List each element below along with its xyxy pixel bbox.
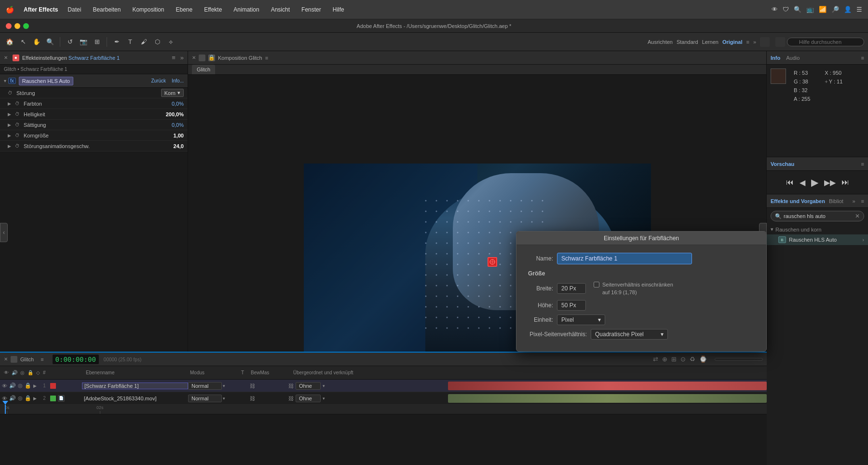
tl-search-box[interactable] [715, 358, 763, 361]
prev-frame-btn[interactable]: ◀ [800, 178, 805, 187]
tl-ctrl-5[interactable]: ♻ [690, 356, 695, 363]
pen-tool[interactable]: ✒ [111, 36, 122, 48]
ev-search[interactable]: 🔍 ✕ [771, 211, 864, 221]
info-menu[interactable]: ≡ [861, 55, 864, 61]
expand-korngroesse[interactable]: ▶ [8, 133, 11, 138]
tl-chain-1[interactable]: ⛓ [250, 383, 255, 389]
standard-btn[interactable]: Standard [677, 39, 698, 45]
panel-expand[interactable]: » [180, 54, 184, 61]
sidebar-arrow-left[interactable]: ‹ [0, 223, 8, 242]
tl-solo-2[interactable]: ◎ [18, 395, 23, 401]
tl-parent-chain-2[interactable]: ⛓ [288, 396, 294, 401]
minimize-button[interactable] [14, 23, 20, 29]
tl-name-2[interactable]: [AdobeStock_251863340.mov] [82, 396, 188, 401]
expand-saettigung[interactable]: ▶ [8, 123, 11, 127]
preview-menu[interactable]: ≡ [861, 161, 864, 167]
menu-animation[interactable]: Animation [231, 5, 261, 14]
ev-menu[interactable]: ≡ [861, 198, 864, 204]
ev-item-rauschen[interactable]: B Rauschen HLS Auto › [767, 234, 868, 245]
tl-ctrl-2[interactable]: ⊕ [662, 356, 667, 363]
camera-tool[interactable]: 📷 [78, 36, 89, 48]
tl-ctrl-4[interactable]: ⊙ [680, 356, 686, 363]
tl-parent-chain-1[interactable]: ⛓ [288, 383, 294, 389]
dialog-einheit-select[interactable]: Pixel ▾ [557, 315, 605, 325]
expand-btn[interactable]: » [753, 39, 756, 45]
expand-helligkeit[interactable]: ▶ [8, 112, 11, 117]
preview-tab[interactable]: Vorschau [771, 161, 794, 167]
tl-chain-2[interactable]: ⛓ [250, 396, 255, 401]
effects-panel-close[interactable]: ✕ [4, 55, 8, 60]
menu-effekte[interactable]: Effekte [202, 5, 224, 14]
workspace-menu[interactable]: ≡ [746, 39, 749, 45]
stopwatch-stoerung[interactable]: ⏱ [8, 90, 13, 96]
rotate-tool[interactable]: ↺ [64, 36, 76, 48]
tl-ctrl-6[interactable]: ⌚ [699, 356, 707, 363]
tl-timecode[interactable]: 0:00:00:00 [53, 355, 99, 364]
original-btn[interactable]: Original [722, 39, 743, 45]
view-btn[interactable] [775, 37, 785, 47]
home-button[interactable]: 🏠 [4, 36, 15, 48]
transform-tool[interactable]: ⊞ [91, 36, 103, 48]
tl-expand-2[interactable]: ▶ [33, 396, 37, 401]
parent-dropdown-2[interactable]: Ohne [296, 395, 321, 402]
mode-dropdown-1[interactable]: Normal [188, 382, 222, 390]
stopwatch-helligkeit[interactable]: ⏱ [15, 111, 20, 117]
effect-expand-arrow[interactable]: ▾ [4, 78, 6, 83]
dialog-ratio-checkbox[interactable] [594, 282, 599, 287]
tl-comp-menu[interactable]: ≡ [41, 356, 43, 362]
tl-audio-1[interactable]: 🔊 [9, 383, 16, 389]
stoerung-dropdown[interactable]: Korn ▾ [161, 89, 184, 97]
animation-value[interactable]: 24,0 [174, 143, 184, 149]
tl-lock-2[interactable]: 🔒 [25, 395, 31, 401]
expand-animation[interactable]: ▶ [8, 144, 11, 149]
korngroesse-value[interactable]: 1,00 [174, 133, 184, 138]
close-button[interactable] [6, 23, 12, 29]
maximize-button[interactable] [23, 23, 29, 29]
hand-tool[interactable]: ✋ [31, 36, 42, 48]
play-btn[interactable]: ▶ [811, 177, 818, 188]
audio-tab[interactable]: Audio [786, 55, 800, 61]
ev-tab-bibliot[interactable]: Bibliot [829, 198, 843, 204]
ev-expand[interactable]: » [852, 198, 855, 204]
info-tab[interactable]: Info [771, 55, 780, 61]
lernen-btn[interactable]: Lernen [702, 39, 719, 45]
parent-dropdown-1[interactable]: Ohne [296, 382, 321, 390]
menu-hilfe[interactable]: Hilfe [331, 5, 346, 14]
ev-tab-active[interactable]: Effekte und Vorgaben [771, 198, 825, 204]
stopwatch-animation[interactable]: ⏱ [15, 143, 20, 149]
text-tool[interactable]: T [124, 36, 136, 48]
apple-menu[interactable]: 🍎 [6, 6, 14, 14]
ev-search-input[interactable] [784, 213, 846, 219]
stopwatch-korngroesse[interactable]: ⏱ [15, 133, 20, 138]
tl-visibility-1[interactable]: 👁 [2, 383, 7, 389]
menu-ebene[interactable]: Ebene [174, 5, 194, 14]
ev-category[interactable]: ▾ Rauschen und korn [767, 224, 868, 234]
helligkeit-value[interactable]: 200,0% [166, 111, 184, 117]
dialog-breite-input[interactable]: 20 Px [557, 283, 586, 294]
tl-ctrl-1[interactable]: ⇄ [653, 356, 658, 363]
dialog-pixel-ratio-select[interactable]: Quadratische Pixel ▾ [591, 329, 668, 340]
help-search-input[interactable] [787, 38, 864, 46]
saettigung-value[interactable]: 0,0% [172, 122, 184, 128]
tl-name-1[interactable]: [Schwarz Farbfläche 1] [82, 383, 188, 389]
comp-close[interactable]: ✕ [192, 55, 196, 60]
stamp-tool[interactable]: ⬡ [151, 36, 163, 48]
ev-clear-btn[interactable]: ✕ [855, 213, 860, 219]
expand-farbton[interactable]: ▶ [8, 101, 11, 106]
menu-datei[interactable]: Datei [66, 5, 83, 14]
brush-tool[interactable]: 🖌 [138, 36, 149, 48]
comp-tab-glitch[interactable]: Glitch [192, 65, 215, 74]
skip-end-btn[interactable]: ⏭ [841, 178, 849, 187]
dialog-hoehe-input[interactable]: 50 Px [557, 300, 586, 311]
menu-komposition[interactable]: Komposition [130, 5, 166, 14]
effect-back-btn[interactable]: Zurück [151, 78, 166, 83]
zoom-tool[interactable]: 🔍 [44, 36, 56, 48]
menu-fenster[interactable]: Fenster [299, 5, 323, 14]
effect-info-btn[interactable]: Info... [172, 78, 184, 83]
tl-playhead[interactable] [5, 405, 6, 414]
tl-visibility-2[interactable]: 👁 [2, 396, 7, 401]
align-btn[interactable]: Ausrichten [648, 39, 673, 45]
skip-start-btn[interactable]: ⏮ [786, 178, 794, 187]
farbton-value[interactable]: 0,0% [172, 101, 184, 107]
puppet-tool[interactable]: ⟡ [165, 36, 176, 48]
